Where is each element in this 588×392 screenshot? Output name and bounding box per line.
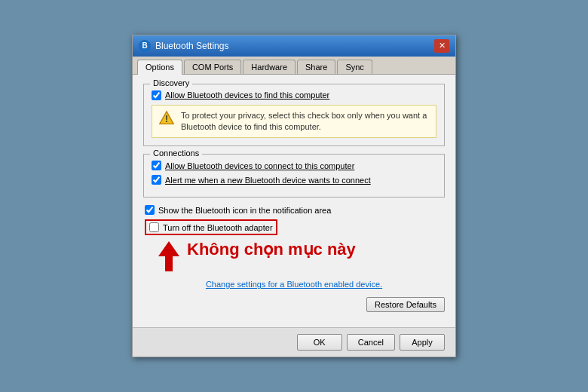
discovery-label: Discovery — [150, 78, 192, 87]
allow-connect-checkbox[interactable] — [152, 161, 161, 170]
tab-share[interactable]: Share — [297, 60, 335, 74]
allow-devices-label: Allow Bluetooth devices to find this com… — [165, 90, 329, 100]
arrow-shaft — [165, 256, 173, 271]
allow-devices-checkbox[interactable] — [152, 90, 161, 100]
tab-hardware[interactable]: Hardware — [243, 60, 296, 74]
turn-off-label: Turn off the Bluetooth adapter — [163, 223, 273, 232]
turn-off-highlight: Turn off the Bluetooth adapter — [145, 219, 277, 235]
bottom-buttons: OK Cancel Apply — [133, 327, 455, 357]
warning-icon: ! — [158, 110, 175, 127]
restore-row: Restore Defaults — [143, 297, 445, 312]
tab-options[interactable]: Options — [137, 60, 182, 75]
close-button[interactable]: ✕ — [434, 39, 449, 53]
arrow-head — [158, 241, 179, 256]
alert-checkbox[interactable] — [152, 175, 161, 185]
title-bar: B Bluetooth Settings ✕ — [133, 35, 455, 57]
turn-off-checkbox[interactable] — [149, 222, 159, 232]
notification-row: Show the Bluetooth icon in the notificat… — [143, 205, 445, 215]
dialog-window: B Bluetooth Settings ✕ Options COM Ports… — [132, 35, 456, 358]
link-row: Change settings for a Bluetooth enabled … — [143, 279, 445, 289]
ok-button[interactable]: OK — [297, 334, 342, 351]
warning-box: ! To protect your privacy, select this c… — [152, 105, 436, 139]
arrow-icon — [158, 241, 179, 271]
tab-content: Discovery Allow Bluetooth devices to fin… — [133, 75, 455, 328]
alert-label: Alert me when a new Bluetooth device wan… — [165, 176, 371, 185]
notification-checkbox[interactable] — [145, 205, 155, 215]
warning-text: To protect your privacy, select this che… — [181, 110, 430, 133]
turn-off-row: Turn off the Bluetooth adapter — [143, 219, 445, 235]
tab-sync[interactable]: Sync — [337, 60, 372, 74]
cancel-button[interactable]: Cancel — [347, 334, 395, 351]
connections-label: Connections — [150, 149, 202, 158]
svg-text:!: ! — [165, 113, 168, 124]
title-bar-left: B Bluetooth Settings — [139, 40, 228, 52]
tab-bar: Options COM Ports Hardware Share Sync — [133, 57, 455, 75]
connect-label: Allow Bluetooth devices to connect to th… — [165, 161, 354, 170]
annotation-text: Không chọn mục này — [187, 240, 356, 259]
bluetooth-icon: B — [139, 40, 151, 52]
restore-button[interactable]: Restore Defaults — [366, 297, 445, 312]
window-title: Bluetooth Settings — [155, 41, 228, 51]
allow-devices-row: Allow Bluetooth devices to find this com… — [152, 90, 436, 100]
alert-row: Alert me when a new Bluetooth device wan… — [152, 175, 436, 185]
tab-com-ports[interactable]: COM Ports — [184, 60, 241, 74]
connections-group: Connections Allow Bluetooth devices to c… — [143, 154, 445, 198]
annotation-area: Không chọn mục này — [158, 240, 445, 271]
connect-row: Allow Bluetooth devices to connect to th… — [152, 161, 436, 170]
notification-label: Show the Bluetooth icon in the notificat… — [158, 206, 331, 215]
discovery-group: Discovery Allow Bluetooth devices to fin… — [143, 84, 445, 147]
apply-button[interactable]: Apply — [400, 334, 445, 351]
settings-link[interactable]: Change settings for a Bluetooth enabled … — [206, 280, 382, 289]
